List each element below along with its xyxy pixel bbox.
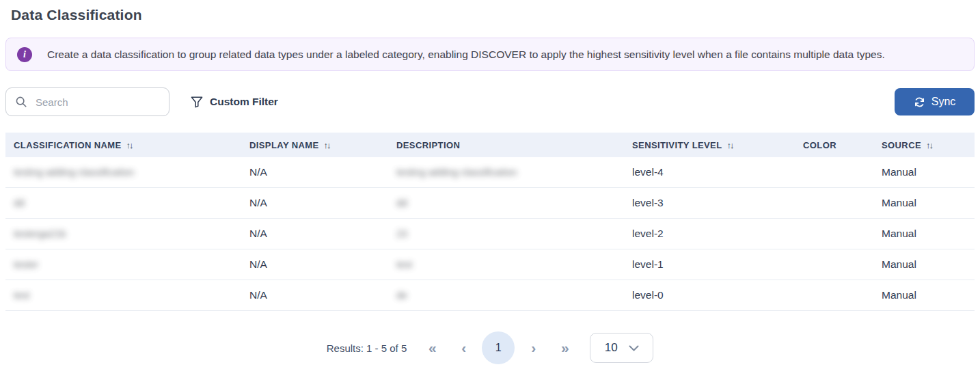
column-header-sensitivity-level[interactable]: SENSITIVITY LEVEL ↑↓ bbox=[624, 140, 795, 150]
cell-sensitivity-level: level-4 bbox=[624, 166, 795, 178]
page-size-select[interactable]: 10 bbox=[590, 333, 653, 363]
cell-classification-name: test bbox=[5, 290, 241, 301]
table-row[interactable]: dd N/A dd level-3 Manual bbox=[5, 188, 975, 219]
search-icon bbox=[15, 96, 27, 108]
table-row[interactable]: testing adding classification N/A testin… bbox=[5, 157, 975, 188]
cell-description: testing adding classification bbox=[388, 167, 624, 178]
cell-display-name: N/A bbox=[241, 166, 388, 178]
column-header-display-name[interactable]: DISPLAY NAME ↑↓ bbox=[241, 140, 388, 150]
classification-table: CLASSIFICATION NAME ↑↓ DISPLAY NAME ↑↓ D… bbox=[5, 133, 975, 311]
results-count-label: Results: 1 - 5 of 5 bbox=[327, 342, 407, 354]
info-icon: i bbox=[17, 47, 32, 62]
cell-source: Manual bbox=[873, 228, 975, 240]
filter-funnel-icon bbox=[191, 96, 203, 108]
cell-source: Manual bbox=[873, 258, 975, 271]
table-row[interactable]: test N/A de level-0 Manual bbox=[5, 280, 975, 311]
custom-filter-button[interactable]: Custom Filter bbox=[187, 95, 282, 109]
cell-description: test bbox=[388, 259, 624, 270]
first-page-button[interactable]: « bbox=[416, 332, 448, 364]
sync-icon bbox=[914, 96, 925, 108]
data-classification-page: Data Classification i Create a data clas… bbox=[0, 0, 980, 364]
cell-color bbox=[795, 228, 873, 240]
cell-classification-name: testing adding classification bbox=[5, 167, 241, 178]
cell-display-name: N/A bbox=[241, 258, 388, 271]
table-row[interactable]: tester N/A test level-1 Manual bbox=[5, 249, 975, 280]
chevron-down-icon bbox=[629, 345, 639, 351]
cell-color bbox=[795, 166, 873, 178]
cell-sensitivity-level: level-3 bbox=[624, 197, 795, 209]
page-title: Data Classification bbox=[5, 0, 975, 25]
table-header-row: CLASSIFICATION NAME ↑↓ DISPLAY NAME ↑↓ D… bbox=[5, 133, 975, 157]
cell-sensitivity-level: level-0 bbox=[624, 289, 795, 301]
last-page-button[interactable]: » bbox=[549, 332, 580, 364]
cell-display-name: N/A bbox=[241, 228, 388, 240]
cell-display-name: N/A bbox=[241, 289, 388, 301]
column-header-source[interactable]: SOURCE ↑↓ bbox=[873, 140, 975, 150]
cell-sensitivity-level: level-2 bbox=[624, 228, 795, 240]
search-input[interactable] bbox=[34, 96, 160, 109]
search-box[interactable] bbox=[5, 87, 169, 116]
sort-icon[interactable]: ↑↓ bbox=[727, 140, 735, 150]
cell-color bbox=[795, 289, 873, 301]
pagination: Results: 1 - 5 of 5 « ‹ 1 › » 10 bbox=[5, 331, 975, 364]
page-size-value: 10 bbox=[605, 341, 618, 355]
sort-icon[interactable]: ↑↓ bbox=[926, 140, 934, 150]
cell-classification-name: tester bbox=[5, 259, 241, 270]
cell-description: 23 bbox=[388, 228, 624, 239]
cell-classification-name: testerga21b bbox=[5, 228, 241, 239]
sync-button[interactable]: Sync bbox=[895, 88, 975, 115]
table-row[interactable]: testerga21b N/A 23 level-2 Manual bbox=[5, 219, 975, 249]
cell-description: de bbox=[388, 290, 624, 301]
cell-description: dd bbox=[388, 198, 624, 208]
info-banner: i Create a data classification to group … bbox=[5, 38, 975, 71]
cell-sensitivity-level: level-1 bbox=[624, 258, 795, 271]
previous-page-button[interactable]: ‹ bbox=[448, 332, 479, 364]
column-header-description: DESCRIPTION bbox=[388, 140, 624, 150]
column-header-classification-name[interactable]: CLASSIFICATION NAME ↑↓ bbox=[5, 140, 241, 150]
cell-source: Manual bbox=[873, 289, 975, 301]
cell-classification-name: dd bbox=[5, 198, 241, 208]
cell-source: Manual bbox=[873, 197, 975, 209]
current-page-button[interactable]: 1 bbox=[482, 331, 515, 364]
cell-source: Manual bbox=[873, 166, 975, 178]
sort-icon[interactable]: ↑↓ bbox=[324, 140, 331, 150]
cell-color bbox=[795, 258, 873, 271]
sort-icon[interactable]: ↑↓ bbox=[126, 140, 134, 150]
sync-label: Sync bbox=[931, 96, 956, 108]
custom-filter-label: Custom Filter bbox=[210, 96, 278, 108]
cell-color bbox=[795, 197, 873, 209]
info-banner-text: Create a data classification to group re… bbox=[47, 49, 885, 61]
cell-display-name: N/A bbox=[241, 197, 388, 209]
toolbar: Custom Filter Sync bbox=[5, 87, 975, 116]
column-header-color: COLOR bbox=[795, 140, 873, 150]
next-page-button[interactable]: › bbox=[517, 332, 549, 364]
